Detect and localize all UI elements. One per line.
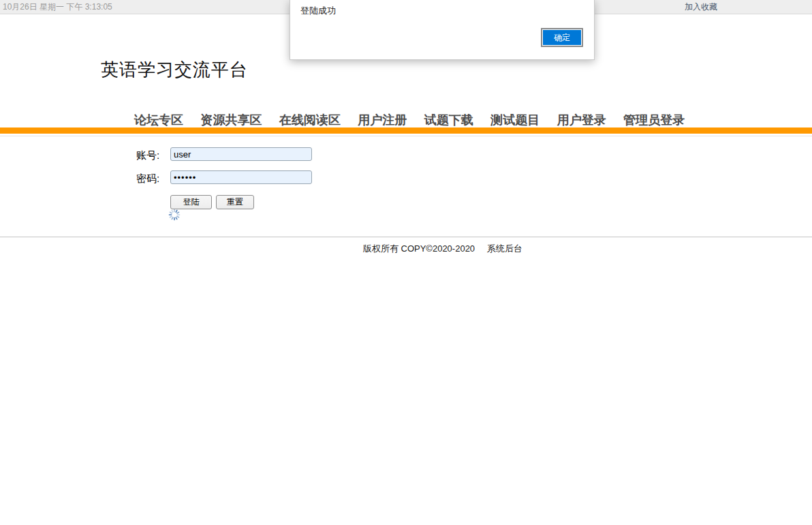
nav-item-resource-share[interactable]: 资源共享区 <box>200 112 262 128</box>
account-label: 账号: <box>136 149 159 162</box>
password-input[interactable] <box>170 170 312 184</box>
add-to-favorites-link[interactable]: 加入收藏 <box>685 0 717 14</box>
nav-item-online-reading[interactable]: 在线阅读区 <box>279 112 341 128</box>
system-backend-link[interactable]: 系统后台 <box>487 243 522 254</box>
nav-item-forum[interactable]: 论坛专区 <box>134 112 183 128</box>
copyright-text: 版权所有 COPY©2020-2020 <box>363 243 475 254</box>
page-background: 10月26日 星期一 下午 3:13:05 加入收藏 英语学习交流平台 论坛专区… <box>0 0 812 525</box>
footer: 版权所有 COPY©2020-2020系统后台 <box>0 243 812 255</box>
accent-divider-bar <box>0 127 812 134</box>
nav-underline <box>0 136 812 136</box>
nav-item-test-questions[interactable]: 测试题目 <box>490 112 540 128</box>
nav-item-exam-download[interactable]: 试题下载 <box>424 112 473 128</box>
nav-item-admin-login[interactable]: 管理员登录 <box>623 112 685 128</box>
nav-item-user-login[interactable]: 用户登录 <box>557 112 606 128</box>
account-input[interactable] <box>170 147 312 161</box>
alert-dialog: 登陆成功 确定 <box>290 0 595 60</box>
loading-spinner-icon <box>168 209 181 221</box>
datetime-text: 10月26日 星期一 下午 3:13:05 <box>3 0 112 14</box>
main-nav: 论坛专区 资源共享区 在线阅读区 用户注册 试题下载 测试题目 用户登录 管理员… <box>134 112 699 128</box>
page-title: 英语学习交流平台 <box>101 58 248 82</box>
footer-divider <box>0 237 812 237</box>
password-label: 密码: <box>136 172 159 185</box>
login-button[interactable]: 登陆 <box>170 195 212 209</box>
alert-message: 登陆成功 <box>300 5 336 17</box>
reset-button[interactable]: 重置 <box>216 195 254 209</box>
ok-button[interactable]: 确定 <box>541 28 583 47</box>
nav-item-user-register[interactable]: 用户注册 <box>358 112 407 128</box>
